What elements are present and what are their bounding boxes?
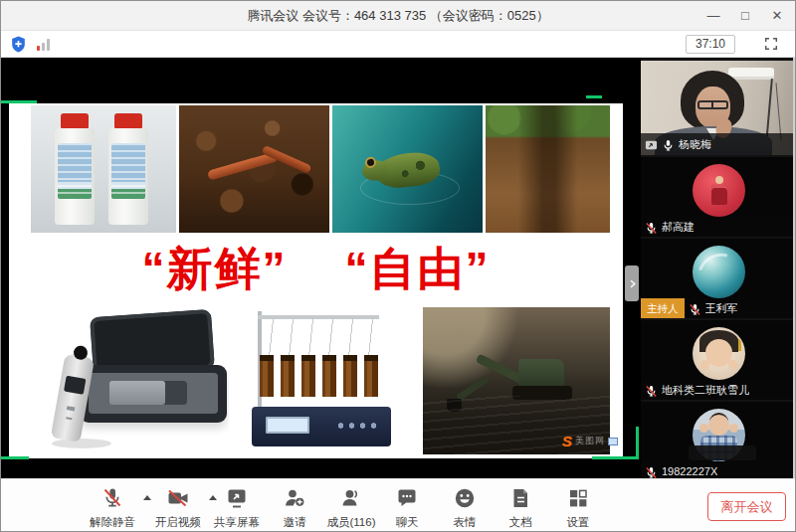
shared-screen-area: “新鲜” “自由”: [1, 58, 641, 478]
excavator-arm-shape: [456, 376, 490, 402]
participant-name: 19822227X: [662, 465, 717, 477]
chat-label: 聊天: [396, 515, 419, 530]
meeting-timer: 37:10: [686, 35, 735, 54]
members-label: 成员(116): [327, 515, 376, 530]
excavator-cab-shape: [518, 359, 564, 386]
slide-image-pesticide-bottles: [31, 105, 176, 233]
close-button[interactable]: ✕: [761, 1, 793, 31]
unmute-button[interactable]: 解除静音: [77, 486, 148, 530]
mic-muted-icon: [689, 302, 701, 315]
signal-bar-mid: [42, 43, 45, 51]
start-video-label: 开启视频: [155, 515, 201, 530]
watermark-logo: S: [562, 433, 572, 449]
share-screen-label: 共享屏幕: [214, 515, 260, 530]
invite-person-plus-icon: [283, 486, 306, 513]
shadow-shape: [52, 439, 111, 448]
participant-namebar: 郝高建: [641, 217, 796, 237]
mic-on-icon: [662, 138, 675, 151]
signal-bar-high: [47, 39, 50, 51]
overlay-toast: [689, 445, 756, 460]
participant-name: 郝高建: [662, 220, 695, 235]
settings-button[interactable]: 设置: [542, 486, 614, 530]
slide-quote-free: “自由”: [345, 239, 491, 300]
participant-tile[interactable]: 郝高建: [641, 157, 796, 237]
participant-tile[interactable]: 主持人 王利军: [641, 239, 796, 318]
avatar: [693, 327, 745, 380]
watermark-text: 美图网: [575, 435, 605, 447]
document-icon: [508, 486, 532, 513]
slide-image-bod-apparatus: [244, 307, 399, 454]
participant-namebar: 主持人 王利军: [641, 298, 796, 318]
members-person-icon: [339, 486, 363, 513]
slide-text-row: “新鲜” “自由”: [9, 239, 623, 300]
watermark: S 美图网: [562, 433, 618, 449]
avatar: [693, 164, 745, 217]
presentation-slide: “新鲜” “自由”: [9, 103, 623, 458]
main-area: “新鲜” “自由”: [1, 58, 796, 478]
participant-tile[interactable]: 地科类二班耿雪儿: [641, 320, 796, 400]
emoji-label: 表情: [454, 515, 477, 530]
participants-sidebar: 杨晓梅 郝高建 主持人 王利军: [641, 58, 796, 478]
person-glasses-shape: [697, 100, 728, 109]
slide-image-eroded-gully: [486, 105, 610, 233]
share-border-segment: [1, 100, 37, 103]
minimize-button[interactable]: —: [697, 1, 729, 31]
participant-namebar: 地科类二班耿雪儿: [641, 380, 796, 400]
share-border-segment: [636, 427, 639, 459]
signal-bar-low: [37, 46, 40, 51]
participant-namebar: 杨晓梅: [641, 133, 796, 155]
mic-muted-icon: [645, 384, 658, 397]
chat-bubble-icon: [395, 486, 419, 513]
amber-bottles-shape: [260, 361, 385, 397]
participant-namebar: 19822227X: [641, 461, 796, 478]
meeting-info-bar: 37:10: [1, 31, 795, 58]
settings-label: 设置: [567, 515, 590, 530]
meeting-toolbar: 解除静音 开启视频 共享屏幕 邀请 成员(116): [1, 478, 795, 532]
tencent-meeting-window: 腾讯会议 会议号：464 313 735 （会议密码：0525） — □ ✕ 3…: [0, 0, 796, 532]
leave-meeting-button[interactable]: 离开会议: [707, 492, 786, 521]
participant-tile[interactable]: 19822227X: [641, 402, 796, 478]
analyzer-base-shape: [252, 407, 391, 446]
pesticide-bottle-shape: [55, 127, 95, 225]
fullscreen-icon[interactable]: [763, 36, 779, 52]
participant-name: 杨晓梅: [679, 137, 711, 152]
unmute-label: 解除静音: [90, 515, 135, 530]
mic-muted-icon: [645, 221, 658, 234]
maximize-button[interactable]: □: [729, 1, 761, 31]
excavator-tracks-shape: [512, 386, 572, 400]
share-border-segment: [586, 95, 602, 98]
titlebar: 腾讯会议 会议号：464 313 735 （会议密码：0525） — □ ✕: [1, 1, 795, 31]
microphone-muted-icon: [100, 486, 124, 513]
sidebar-collapse-button[interactable]: [625, 266, 639, 301]
participant-tile-video[interactable]: 杨晓梅: [641, 61, 796, 155]
participant-name: 王利军: [705, 301, 738, 316]
slide-image-sound-level-meter: [36, 307, 229, 454]
tubing-shape: [260, 317, 383, 359]
camera-off-icon: [166, 486, 190, 513]
instrument-case-base-shape: [80, 365, 227, 423]
window-controls: — □ ✕: [697, 1, 793, 31]
settings-grid-icon: [566, 486, 590, 513]
watermark-glyph: [608, 438, 618, 445]
cable-shape: [775, 83, 781, 140]
slide-image-frog-water: [332, 105, 483, 233]
excavator-bucket-shape: [447, 399, 462, 412]
security-shield-icon[interactable]: [9, 35, 28, 54]
smiley-face-icon: [453, 486, 477, 513]
invite-label: 邀请: [284, 515, 306, 530]
slide-quote-fresh: “新鲜”: [142, 239, 288, 300]
window-title: 腾讯会议 会议号：464 313 735 （会议密码：0525）: [1, 1, 795, 31]
screen-sharing-icon: [645, 138, 658, 151]
host-badge: 主持人: [641, 298, 685, 318]
network-signal-icon[interactable]: [37, 38, 53, 51]
share-border-segment: [592, 456, 639, 459]
avatar: [693, 246, 745, 298]
mic-muted-icon: [645, 465, 658, 478]
slide-image-earthworm-soil: [179, 105, 329, 233]
share-screen-icon: [225, 486, 249, 513]
participant-name: 地科类二班耿雪儿: [662, 383, 749, 398]
docs-label: 文档: [509, 515, 532, 530]
air-conditioner-shape: [728, 68, 774, 80]
share-border-segment: [1, 456, 29, 459]
pesticide-bottle-shape: [108, 127, 148, 225]
